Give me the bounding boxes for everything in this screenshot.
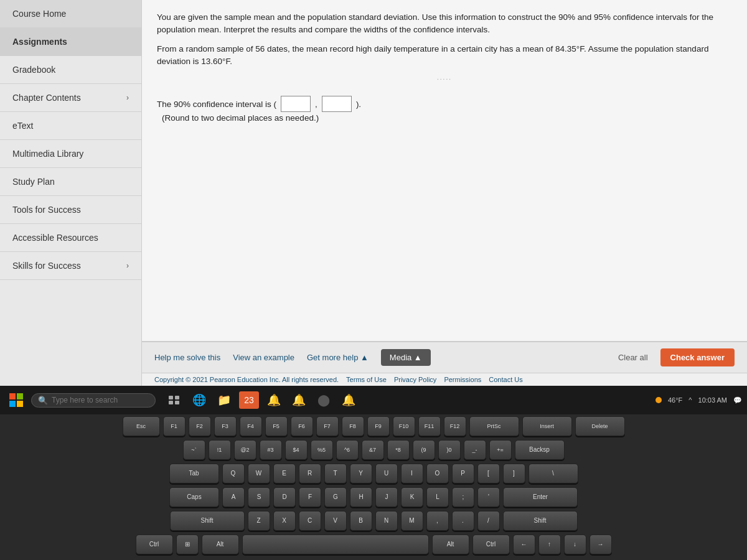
search-input[interactable] xyxy=(52,396,139,404)
key-bracket-open[interactable]: [ xyxy=(477,464,500,483)
key-minus[interactable]: _ - xyxy=(464,440,486,460)
key-delete[interactable]: Delete xyxy=(575,416,625,436)
check-answer-button[interactable]: Check answer xyxy=(660,348,735,366)
key-slash[interactable]: / xyxy=(477,511,500,531)
key-0[interactable]: ) 0 xyxy=(438,440,461,460)
key-j[interactable]: J xyxy=(375,487,398,507)
key-f11[interactable]: F11 xyxy=(418,416,441,436)
key-m[interactable]: M xyxy=(401,511,423,531)
confidence-upper-input[interactable] xyxy=(322,96,352,112)
taskbar-app4-icon[interactable]: 🔔 xyxy=(339,390,359,410)
taskbar-app3-icon[interactable]: ⬤ xyxy=(314,390,334,410)
sidebar-item-tools-for-success[interactable]: Tools for Success xyxy=(0,196,141,224)
key-rshift[interactable]: Shift xyxy=(503,511,578,531)
key-w[interactable]: W xyxy=(248,464,270,483)
key-1[interactable]: ! 1 xyxy=(209,440,231,460)
key-quote[interactable]: ' xyxy=(477,487,500,507)
taskbar-view-icon[interactable] xyxy=(164,390,184,410)
key-8[interactable]: * 8 xyxy=(387,440,410,460)
key-i[interactable]: I xyxy=(401,464,423,483)
key-z[interactable]: Z xyxy=(248,511,270,531)
key-x[interactable]: X xyxy=(273,511,296,531)
key-f3[interactable]: F3 xyxy=(214,416,237,436)
key-k[interactable]: K xyxy=(401,487,423,507)
key-f12[interactable]: F12 xyxy=(444,416,466,436)
key-2[interactable]: @ 2 xyxy=(234,440,256,460)
key-arrow-left[interactable]: ← xyxy=(513,534,535,554)
taskbar-search[interactable]: 🔍 xyxy=(31,393,156,408)
sidebar-item-etext[interactable]: eText xyxy=(0,112,141,140)
sidebar-item-accessible-resources[interactable]: Accessible Resources xyxy=(0,224,141,252)
key-f8[interactable]: F8 xyxy=(342,416,364,436)
key-3[interactable]: # 3 xyxy=(260,440,282,460)
key-arrow-down[interactable]: ↓ xyxy=(564,534,586,554)
taskbar-edge-icon[interactable]: 🌐 xyxy=(189,390,209,410)
key-alt-l[interactable]: Alt xyxy=(202,534,239,554)
key-f5[interactable]: F5 xyxy=(265,416,288,436)
key-4[interactable]: $ 4 xyxy=(285,440,308,460)
key-y[interactable]: Y xyxy=(350,464,372,483)
key-bracket-close[interactable]: ] xyxy=(503,464,525,483)
key-backslash[interactable]: \ xyxy=(529,464,578,483)
key-f[interactable]: F xyxy=(299,487,321,507)
key-f10[interactable]: F10 xyxy=(393,416,415,436)
key-backspace[interactable]: Backsp xyxy=(515,440,565,460)
key-h[interactable]: H xyxy=(350,487,372,507)
footer-permissions[interactable]: Permissions xyxy=(444,376,481,383)
taskbar-app1-icon[interactable]: 🔔 xyxy=(264,390,284,410)
key-f2[interactable]: F2 xyxy=(189,416,211,436)
sidebar-item-assignments[interactable]: Assignments xyxy=(0,28,141,56)
key-r[interactable]: R xyxy=(299,464,321,483)
key-lshift[interactable]: Shift xyxy=(170,511,245,531)
key-alt-r[interactable]: Alt xyxy=(432,534,469,554)
key-q[interactable]: Q xyxy=(222,464,245,483)
sidebar-item-gradebook[interactable]: Gradebook xyxy=(0,56,141,84)
key-7[interactable]: & 7 xyxy=(362,440,384,460)
key-equals[interactable]: + = xyxy=(489,440,512,460)
key-v[interactable]: V xyxy=(324,511,347,531)
key-l[interactable]: L xyxy=(426,487,449,507)
key-g[interactable]: G xyxy=(324,487,347,507)
sidebar-item-study-plan[interactable]: Study Plan xyxy=(0,168,141,196)
footer-contact[interactable]: Contact Us xyxy=(489,376,522,383)
key-a[interactable]: A xyxy=(222,487,245,507)
key-5[interactable]: % 5 xyxy=(311,440,333,460)
sidebar-item-course-home[interactable]: Course Home xyxy=(0,0,141,28)
key-e[interactable]: E xyxy=(273,464,296,483)
key-comma[interactable]: , xyxy=(426,511,449,531)
key-f4[interactable]: F4 xyxy=(240,416,262,436)
media-button[interactable]: Media ▲ xyxy=(381,349,431,366)
key-f6[interactable]: F6 xyxy=(291,416,313,436)
key-arrow-up[interactable]: ↑ xyxy=(538,534,561,554)
key-win[interactable]: ⊞ xyxy=(176,534,199,554)
key-f9[interactable]: F9 xyxy=(367,416,390,436)
key-space[interactable] xyxy=(242,534,429,554)
help-solve-link[interactable]: Help me solve this xyxy=(154,353,220,362)
key-c[interactable]: C xyxy=(299,511,321,531)
start-button[interactable] xyxy=(5,389,27,411)
key-period[interactable]: . xyxy=(452,511,474,531)
key-esc[interactable]: Esc xyxy=(123,416,160,436)
notification-icon[interactable]: 💬 xyxy=(733,396,742,404)
key-o[interactable]: O xyxy=(426,464,449,483)
key-6[interactable]: ^ 6 xyxy=(336,440,359,460)
key-insert[interactable]: Insert xyxy=(522,416,572,436)
key-enter[interactable]: Enter xyxy=(503,487,578,507)
key-f1[interactable]: F1 xyxy=(163,416,186,436)
key-ctrl-l[interactable]: Ctrl xyxy=(136,534,173,554)
key-arrow-right[interactable]: → xyxy=(590,534,612,554)
key-p[interactable]: P xyxy=(452,464,474,483)
key-n[interactable]: N xyxy=(375,511,398,531)
taskbar-files-icon[interactable]: 📁 xyxy=(214,390,234,410)
key-b[interactable]: B xyxy=(350,511,372,531)
key-capslock[interactable]: Caps xyxy=(169,487,219,507)
footer-privacy[interactable]: Privacy Policy xyxy=(394,376,436,383)
get-more-help-link[interactable]: Get more help ▲ xyxy=(307,353,369,362)
key-ctrl-r[interactable]: Ctrl xyxy=(472,534,510,554)
key-t[interactable]: T xyxy=(324,464,347,483)
taskbar-app2-icon[interactable]: 🔔 xyxy=(289,390,309,410)
key-tab[interactable]: Tab xyxy=(169,464,219,483)
sidebar-item-chapter-contents[interactable]: Chapter Contents › xyxy=(0,84,141,112)
caret-icon[interactable]: ^ xyxy=(688,396,692,404)
key-s[interactable]: S xyxy=(248,487,270,507)
